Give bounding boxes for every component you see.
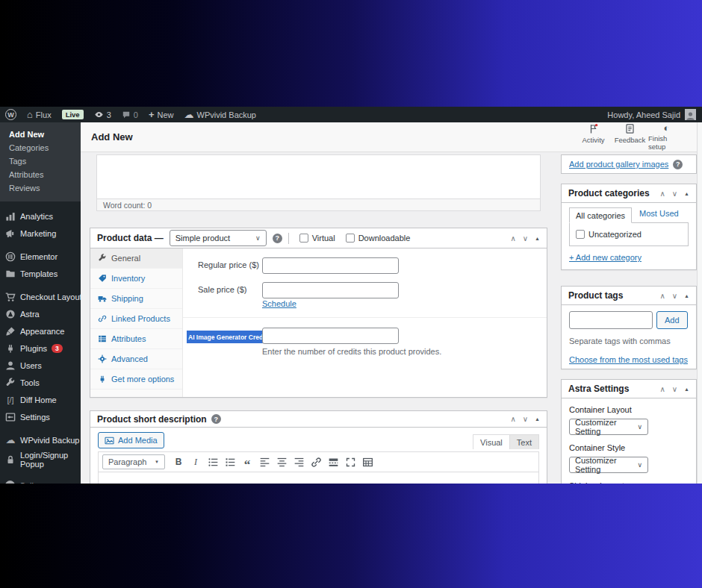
align-center-icon — [276, 457, 288, 468]
container-style-select[interactable]: Customizer Setting ∨ — [569, 457, 648, 473]
collapse-menu-button[interactable]: ◀ Collapse menu — [0, 477, 81, 484]
toggle-panel-icon[interactable]: ▲ — [684, 387, 689, 392]
move-down-icon[interactable]: ∨ — [523, 415, 528, 423]
downloadable-checkbox[interactable] — [346, 234, 355, 243]
tab-visual[interactable]: Visual — [473, 434, 510, 449]
new-tag-input[interactable] — [569, 311, 653, 329]
tab-linked-products[interactable]: Linked Products — [90, 309, 182, 329]
move-up-icon[interactable]: ∧ — [510, 234, 515, 243]
sidebar-item-tools[interactable]: Tools — [0, 374, 81, 391]
sidebar-item-analytics[interactable]: Analytics — [0, 207, 81, 225]
product-gallery-panel-partial: Add product gallery images ? — [561, 154, 697, 174]
uncategorized-checkbox[interactable] — [576, 230, 585, 239]
short-description-help-icon[interactable]: ? — [211, 414, 221, 424]
toggle-panel-icon[interactable]: ▲ — [684, 293, 689, 298]
sidebar-item-diff-home[interactable]: [/] Diff Home — [0, 391, 81, 408]
wordpress-menu[interactable]: W — [0, 107, 22, 122]
sidebar-item-tags[interactable]: Tags — [0, 154, 81, 168]
sidebar-item-templates[interactable]: Templates — [0, 265, 81, 282]
schedule-link[interactable]: Schedule — [262, 299, 296, 308]
short-description-editor-area[interactable] — [99, 472, 538, 484]
gallery-help-icon[interactable]: ? — [673, 160, 683, 169]
sidebar-item-marketing[interactable]: Marketing — [0, 225, 81, 242]
toolbar-toggle-button[interactable] — [360, 454, 375, 469]
sidebar-item-login-signup-popup[interactable]: Login/Signup Popup — [0, 448, 81, 471]
move-down-icon[interactable]: ∨ — [672, 190, 677, 198]
tab-inventory[interactable]: Inventory — [90, 269, 182, 289]
product-type-help-icon[interactable]: ? — [273, 234, 282, 243]
new-label: New — [158, 110, 174, 119]
toggle-panel-icon[interactable]: ▲ — [535, 416, 540, 422]
add-gallery-images-link[interactable]: Add product gallery images — [569, 160, 668, 169]
activity-button[interactable]: Activity — [575, 123, 612, 151]
description-editor-partial[interactable]: Word count: 0 — [96, 154, 541, 211]
sidebar-item-attributes[interactable]: Attributes — [0, 168, 81, 181]
add-new-category-link[interactable]: + Add new category — [569, 253, 642, 262]
account-menu[interactable]: Howdy, Aheed Sajid — [607, 107, 702, 122]
virtual-checkbox[interactable] — [299, 234, 308, 243]
add-tag-button[interactable]: Add — [656, 311, 688, 329]
tab-all-categories[interactable]: All categories — [569, 207, 632, 223]
tab-attributes[interactable]: Attributes — [90, 329, 182, 349]
link-icon — [311, 457, 322, 468]
align-right-button[interactable] — [291, 454, 306, 469]
site-name-link[interactable]: ⌂ Flux — [22, 107, 57, 122]
sidebar-item-appearance[interactable]: Appearance — [0, 322, 81, 340]
sidebar-item-categories[interactable]: Categories — [0, 141, 81, 154]
tab-shipping[interactable]: Shipping — [90, 289, 182, 309]
admin-sidebar: Add New Categories Tags Attributes Revie… — [0, 122, 81, 484]
tab-text[interactable]: Text — [510, 434, 539, 449]
product-tags-panel: Product tags ∧ ∨ ▲ Add Separate tags wit… — [561, 286, 697, 369]
product-data-content: Regular price ($) Sale price ($) Schedul… — [183, 248, 547, 397]
toggle-panel-icon[interactable]: ▲ — [535, 236, 540, 241]
bullet-list-button[interactable] — [205, 454, 220, 469]
sidebar-item-users[interactable]: Users — [0, 357, 81, 374]
tab-most-used[interactable]: Most Used — [632, 209, 679, 222]
choose-most-used-tags-link[interactable]: Choose from the most used tags — [569, 355, 688, 364]
sidebar-item-add-new[interactable]: Add New — [0, 128, 81, 141]
bold-button[interactable]: B — [171, 454, 186, 469]
new-content-link[interactable]: + New — [143, 107, 179, 122]
move-up-icon[interactable]: ∧ — [510, 415, 515, 423]
tab-get-more-options[interactable]: Get more options — [90, 369, 182, 390]
numbered-list-button[interactable] — [223, 454, 237, 469]
paragraph-format-select[interactable]: Paragraph ▼ — [102, 454, 165, 469]
panel-controls: ∧ ∨ ▲ — [510, 234, 540, 243]
move-down-icon[interactable]: ∨ — [672, 385, 677, 393]
insert-link-button[interactable] — [308, 454, 323, 469]
toggle-panel-icon[interactable]: ▲ — [684, 191, 689, 196]
vertical-scrollbar[interactable] — [697, 122, 702, 484]
move-up-icon[interactable]: ∧ — [659, 292, 665, 300]
wpvivid-backup-link[interactable]: ☁ WPvivid Backup — [179, 107, 261, 122]
move-down-icon[interactable]: ∨ — [523, 234, 528, 243]
move-down-icon[interactable]: ∨ — [672, 292, 677, 300]
tab-general[interactable]: General — [90, 248, 182, 269]
sidebar-item-wpvivid-backup[interactable]: ☁ WPvivid Backup — [0, 431, 81, 448]
add-media-button[interactable]: Add Media — [98, 432, 164, 448]
sidebar-item-elementor[interactable]: Elementor — [0, 248, 81, 265]
tab-advanced[interactable]: Advanced — [90, 349, 182, 369]
sidebar-item-settings[interactable]: Settings — [0, 408, 81, 425]
sidebar-item-checkout-layouts[interactable]: Checkout Layouts — [0, 288, 81, 305]
sale-price-input[interactable] — [262, 282, 399, 298]
read-more-button[interactable] — [326, 454, 341, 469]
product-type-select[interactable]: Simple product ∨ — [170, 230, 267, 246]
sidebar-item-reviews[interactable]: Reviews — [0, 181, 81, 195]
sidebar-item-plugins[interactable]: Plugins 3 — [0, 340, 81, 357]
sidebar-item-astra[interactable]: Astra — [0, 305, 81, 322]
updates-link[interactable]: 3 — [89, 107, 117, 122]
align-center-button[interactable] — [274, 454, 289, 469]
container-layout-select[interactable]: Customizer Setting ∨ — [569, 419, 648, 435]
move-up-icon[interactable]: ∧ — [659, 385, 665, 393]
blockquote-button[interactable]: “ — [240, 454, 255, 469]
move-up-icon[interactable]: ∧ — [659, 190, 665, 198]
align-left-button[interactable] — [257, 454, 272, 469]
comments-link[interactable]: 0 — [117, 107, 143, 122]
credits-input[interactable] — [262, 328, 399, 344]
categories-body: All categories Most Used Uncategorized +… — [562, 203, 696, 269]
fullscreen-button[interactable] — [343, 454, 358, 469]
italic-button[interactable]: I — [188, 454, 203, 469]
regular-price-input[interactable] — [262, 257, 399, 274]
finish-setup-button[interactable]: ◐ Finish setup — [648, 123, 685, 151]
feedback-button[interactable]: Feedback — [612, 123, 648, 151]
